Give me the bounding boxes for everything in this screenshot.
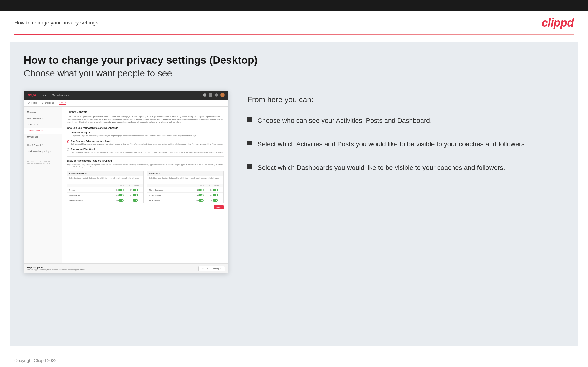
mockup-row-round-insights: Round Insights ON ON [147, 193, 223, 198]
mockup-row-round-insights-label: Round Insights [149, 194, 192, 196]
mockup-pd-coaches-toggle-group: ON [192, 189, 207, 191]
logo: clippd [542, 16, 574, 29]
header-divider [14, 34, 574, 35]
mockup-manual-followers-toggle[interactable] [133, 199, 138, 202]
mockup-coaches-col-header: COACHES [112, 184, 127, 186]
copyright-text: Copyright Clippd 2022 [14, 358, 57, 363]
mockup-row-drills-label: Practice Drills [69, 194, 112, 196]
mockup-nav-performance: My Performance [52, 94, 69, 96]
screenshot-mockup: clippd Home My Performance My Profile Co… [24, 91, 228, 273]
mockup-manual-coaches-toggle[interactable] [119, 199, 124, 202]
mockup-activities-desc: Select the types of activity that you'd … [67, 176, 143, 181]
mockup-navbar: clippd Home My Performance [24, 91, 228, 100]
mockup-save-button[interactable]: Save [214, 205, 224, 209]
mockup-dashboards-header: Dashboards [147, 171, 223, 176]
mockup-visit-community-button[interactable]: Visit Our Community ↗ [198, 266, 225, 271]
mockup-pd-coaches-toggle[interactable] [198, 189, 204, 191]
mockup-radio-followers[interactable] [67, 140, 69, 142]
mockup-radio-everyone[interactable] [67, 132, 69, 134]
footer: Copyright Clippd 2022 [0, 353, 588, 367]
mockup-option-followers-label: Only Approved Followers and Your Coach [71, 140, 224, 142]
mockup-ww-coaches-toggle[interactable] [198, 199, 204, 202]
mockup-drills-followers-toggle[interactable] [133, 194, 138, 196]
mockup-settings-icon [215, 93, 218, 97]
mockup-nav-right [203, 93, 225, 97]
mockup-body: My Account› Data Integrations› Subscript… [24, 107, 228, 263]
mockup-subnav-connections: Connections [42, 102, 54, 105]
bullet-text-1: Choose who can see your Activities, Post… [257, 116, 432, 125]
mockup-activities-header: Activities and Posts [67, 171, 143, 176]
mockup-row-manual: Manual Activities ON ON [67, 198, 143, 203]
mockup-features-title: Show or hide specific features in Clippd [67, 159, 224, 162]
mockup-activities-subheader: COACHES FOLLOWERS [67, 184, 143, 187]
mockup-sidebar-help: Help & Support ↗ [24, 142, 62, 148]
bullet-text-2: Select which Activities and Posts you wo… [257, 139, 526, 149]
mockup-tables-row: Activities and Posts Select the types of… [67, 171, 224, 204]
mockup-drills-coaches-toggle-group: ON [112, 194, 127, 196]
mockup-sidebar-divider [24, 141, 62, 141]
header: How to change your privacy settings clip… [0, 11, 588, 34]
bullet-square-3 [247, 164, 252, 169]
mockup-sidebar-account: My Account› [24, 109, 62, 115]
bullet-text-3: Select which Dashboards you would like t… [257, 163, 505, 172]
mockup-ww-coaches-toggle-group: ON [192, 199, 207, 202]
mockup-rounds-followers-toggle[interactable] [133, 189, 138, 191]
mockup-option-coach-desc: Only you and the coaches you connect wit… [71, 151, 224, 153]
mockup-option-everyone-label: Everyone on Clippd [71, 132, 224, 134]
mockup-avatar [220, 93, 225, 97]
mockup-rounds-coaches-toggle-group: ON [112, 189, 127, 191]
mockup-row-drills: Practice Drills ON ON [67, 193, 143, 198]
bullet-square-1 [247, 117, 252, 122]
mockup-drills-coaches-toggle[interactable] [119, 194, 124, 196]
mockup-ri-coaches-toggle[interactable] [198, 194, 204, 196]
mockup-row-rounds: Rounds ON ON [67, 187, 143, 193]
mockup-who-title: Who Can See Your Activities and Dashboar… [67, 127, 224, 129]
mockup-followers-col-header: FOLLOWERS [127, 184, 141, 186]
top-bar [0, 0, 588, 11]
mockup-help-bar: Help & Support Visit our Clippd communit… [24, 263, 228, 273]
mockup-row-what-to-work-label: What To Work On [149, 199, 192, 201]
mockup-manual-coaches-toggle-group: ON [112, 199, 127, 202]
mockup-option-followers: Only Approved Followers and Your Coach O… [67, 140, 224, 145]
mockup-ww-followers-toggle-group: ON [207, 199, 221, 202]
header-title: How to change your privacy settings [14, 20, 98, 26]
main-content: How to change your privacy settings (Des… [9, 42, 579, 346]
mockup-privacy-title: Privacy Controls [67, 110, 224, 113]
mockup-dashboards-table: Dashboards Select the types of activity … [147, 171, 224, 204]
mockup-rounds-coaches-toggle[interactable] [119, 189, 124, 191]
page-heading: How to change your privacy settings (Des… [24, 54, 564, 66]
mockup-sidebar-version: Clippd Client Version: 2022.8.2SQL Serve… [24, 159, 62, 166]
mockup-row-player-dashboard: Player Dashboard ON ON [147, 187, 223, 193]
mockup-row-player-dashboard-label: Player Dashboard [149, 189, 192, 191]
mockup-row-manual-label: Manual Activities [69, 199, 112, 201]
bullet-square-2 [247, 141, 252, 145]
right-panel: From here you can: Choose who can see yo… [247, 91, 564, 172]
mockup-row-rounds-label: Rounds [69, 189, 112, 191]
bullet-item-3: Select which Dashboards you would like t… [247, 163, 564, 172]
mockup-sidebar-subscription: Subscription› [24, 121, 62, 128]
mockup-sidebar-privacy: Privacy Controls› [24, 128, 62, 134]
bullet-list: Choose who can see your Activities, Post… [247, 116, 564, 172]
mockup-option-followers-desc: Only approved followers and coaches you … [71, 143, 224, 145]
mockup-activities-table: Activities and Posts Select the types of… [67, 171, 144, 204]
mockup-pd-followers-toggle[interactable] [213, 189, 218, 191]
from-here-title: From here you can: [247, 95, 564, 104]
mockup-option-everyone-desc: Everyone on Clippd can search for you an… [71, 135, 224, 137]
mockup-d-coaches-col-header: COACHES [192, 184, 207, 186]
mockup-sidebar: My Account› Data Integrations› Subscript… [24, 107, 62, 263]
mockup-drills-followers-toggle-group: ON [127, 194, 141, 196]
mockup-manual-followers-toggle-group: ON [127, 199, 141, 202]
mockup-ri-followers-toggle[interactable] [213, 194, 218, 196]
mockup-sidebar-privacy-policy: Service & Privacy Policy ↗ [24, 148, 62, 154]
mockup-radio-coach[interactable] [67, 148, 69, 150]
mockup-subnav-settings: Settings [59, 101, 66, 105]
mockup-pd-followers-toggle-group: ON [207, 189, 221, 191]
mockup-help-title: Help & Support [27, 267, 85, 269]
mockup-subnav: My Profile Connections Settings [24, 100, 228, 107]
mockup-subnav-profile: My Profile [28, 102, 37, 105]
mockup-ww-followers-toggle[interactable] [213, 199, 218, 202]
mockup-sidebar-golfbag: My Golf Bag› [24, 134, 62, 140]
mockup-divider [67, 156, 224, 157]
mockup-d-followers-col-header: FOLLOWERS [207, 184, 221, 186]
mockup-nav-home: Home [41, 94, 47, 96]
